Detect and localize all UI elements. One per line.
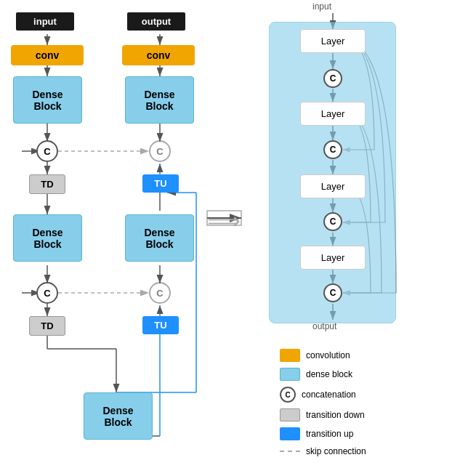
legend-concat-label: concatenation [302,390,356,400]
legend-transition-up: transition up [280,427,425,440]
legend-convolution: convolution [280,349,425,362]
legend-td-box [280,408,300,421]
legend-td-label: transition down [306,410,365,420]
legend-skip-label: skip connection [306,446,366,456]
input-label-right: input [312,1,331,12]
td1-left: TD [29,174,65,194]
legend-dense-label: dense block [306,369,352,379]
legend-tu-label: transition up [306,429,353,439]
legend-skip-line [280,451,300,452]
c3-right-detail: C [323,212,342,231]
output-label-right-dense: output [312,321,336,331]
input-label-left: input [16,12,74,31]
legend: convolution dense block C concatenation … [280,349,425,462]
legend-skip-connection: skip connection [280,446,425,456]
c4-right-detail: C [323,283,342,302]
c2-right: C [149,282,171,304]
diagram-container: input conv DenseBlock C TD DenseBlock C … [0,0,476,476]
td2-left: TD [29,316,65,336]
dense-block-3-bottom: DenseBlock [84,392,153,440]
legend-concatenation: C concatenation [280,387,425,403]
dense-block-2-right: DenseBlock [125,214,194,262]
legend-conv-label: convolution [306,350,350,360]
c1-right-detail: C [323,69,342,88]
conv-node-right: conv [122,45,195,65]
layer-1-right: Layer [300,29,366,53]
dense-block-1-right: DenseBlock [125,76,194,124]
big-arrow: ⟹ [207,207,241,235]
legend-dense-block: dense block [280,368,425,381]
legend-concat-circle: C [280,387,296,403]
dense-block-bg [269,22,396,323]
legend-transition-down: transition down [280,408,425,421]
dense-block-1-left: DenseBlock [13,76,82,124]
legend-dense-box [280,368,300,381]
legend-conv-box [280,349,300,362]
layer-3-right: Layer [300,174,366,198]
c2-right-detail: C [323,140,342,159]
dense-block-2-left: DenseBlock [13,214,82,262]
legend-tu-box [280,427,300,440]
layer-2-right: Layer [300,102,366,126]
conv-node-left: conv [11,45,84,65]
output-label-right: output [127,12,185,31]
tu2-right: TU [142,316,179,334]
c1-left: C [36,140,58,162]
c2-left: C [36,282,58,304]
c1-right: C [149,140,171,162]
tu1-right: TU [142,174,179,193]
layer-4-right: Layer [300,246,366,270]
